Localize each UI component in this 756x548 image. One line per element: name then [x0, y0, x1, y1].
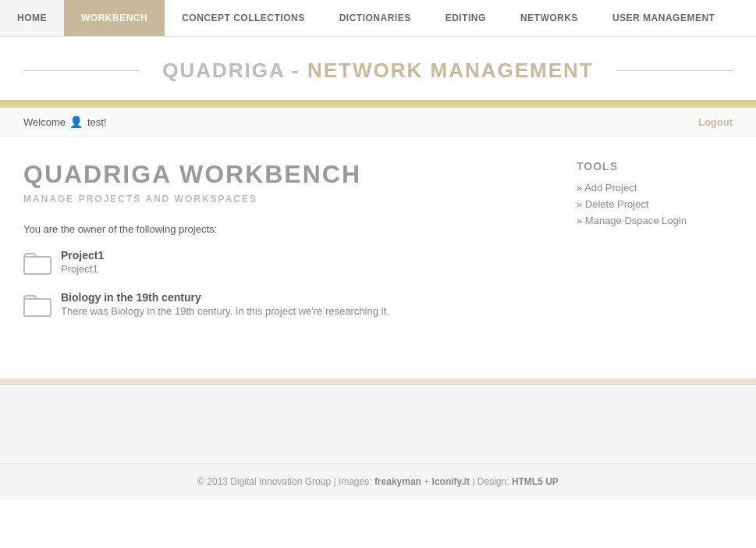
project-info: Project1 Project1 — [61, 249, 104, 275]
nav-item-dictionaries[interactable]: DICTIONARIES — [322, 0, 428, 36]
left-column: QUADRIGA WORKBENCH MANAGE PROJECTS AND W… — [23, 160, 545, 340]
nav-item-user-management[interactable]: USER MANAGEMENT — [595, 0, 733, 36]
svg-rect-1 — [24, 299, 51, 316]
footer-plus: + — [421, 476, 432, 487]
project-description: There was Biology in the 19th century. I… — [61, 305, 389, 317]
footer-iconify-link[interactable]: Iconify.lt — [432, 476, 470, 487]
page-subtitle: MANAGE PROJECTS AND WORKSPACES — [23, 194, 545, 205]
logout-button[interactable]: Logout — [698, 116, 733, 128]
tools-panel: TOOLS Add Project Delete Project Manage … — [577, 160, 733, 340]
header-title: QUADRIGA - NETWORK MANAGEMENT — [162, 59, 593, 83]
user-icon: 👤 — [70, 116, 83, 128]
header-banner: QUADRIGA - NETWORK MANAGEMENT — [0, 37, 756, 100]
nav-item-workbench[interactable]: WORKBENCH — [64, 0, 165, 36]
project-info: Biology in the 19th century There was Bi… — [61, 291, 389, 317]
footer: © 2013 Digital Innovation Group | Images… — [0, 463, 756, 500]
folder-icon — [23, 251, 51, 276]
header-title-separator: - — [285, 59, 307, 82]
main-nav: HOMEWORKBENCHCONCEPT COLLECTIONSDICTIONA… — [0, 0, 756, 37]
nav-item-concept-collections[interactable]: CONCEPT COLLECTIONS — [165, 0, 322, 36]
project-description: Project1 — [61, 263, 104, 275]
footer-html5up-link[interactable]: HTML5 UP — [512, 476, 559, 487]
nav-item-networks[interactable]: NETWORKS — [503, 0, 595, 36]
main-content: QUADRIGA WORKBENCH MANAGE PROJECTS AND W… — [0, 137, 756, 371]
delete-project-link[interactable]: Delete Project — [577, 198, 733, 210]
project-item: Biology in the 19th century There was Bi… — [23, 291, 545, 318]
header-title-main: QUADRIGA — [162, 59, 285, 82]
welcome-left: Welcome 👤 test! — [23, 116, 107, 128]
footer-divider — [0, 379, 756, 385]
tools-title: TOOLS — [577, 160, 733, 173]
welcome-bar: Welcome 👤 test! Logout — [0, 108, 756, 137]
svg-rect-0 — [24, 257, 51, 274]
folder-icon — [23, 293, 51, 318]
manage-dspace-login-link[interactable]: Manage Dspace Login — [577, 215, 733, 226]
add-project-link[interactable]: Add Project — [577, 182, 733, 194]
footer-separator: | Design: — [470, 476, 512, 487]
header-title-accent: NETWORK MANAGEMENT — [307, 59, 594, 82]
nav-item-home[interactable]: HOME — [0, 0, 64, 36]
project-name: Biology in the 19th century — [61, 291, 389, 304]
gold-divider — [0, 100, 756, 108]
footer-copyright: © 2013 Digital Innovation Group | Images… — [197, 476, 374, 487]
welcome-text: Welcome — [23, 116, 66, 128]
project-item: Project1 Project1 — [23, 249, 545, 276]
project-name: Project1 — [61, 249, 104, 262]
page-title: QUADRIGA WORKBENCH — [23, 160, 545, 189]
nav-item-editing[interactable]: EDITING — [428, 0, 503, 36]
welcome-username: test! — [87, 116, 107, 128]
footer-spacer — [0, 385, 756, 463]
owner-text: You are the owner of the following proje… — [23, 223, 545, 235]
footer-freakyman-link[interactable]: freakyman — [374, 476, 421, 487]
